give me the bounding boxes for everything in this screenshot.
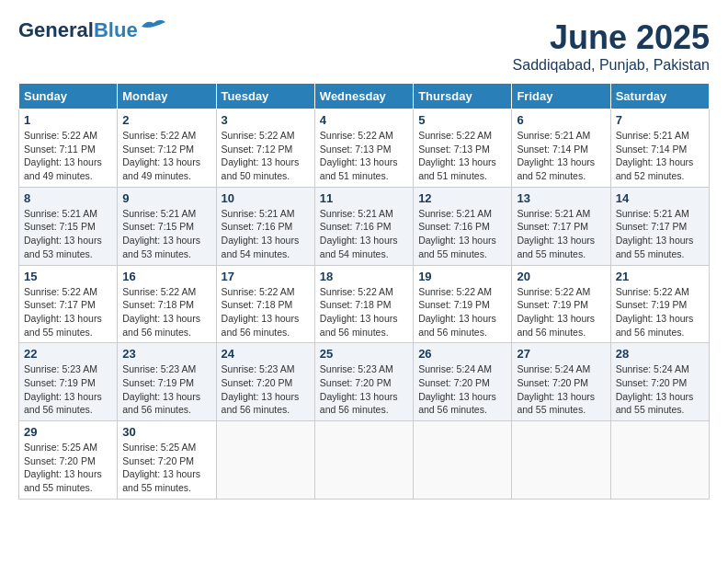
day-number: 2: [122, 113, 210, 127]
calendar-week-1: 1 Sunrise: 5:22 AMSunset: 7:11 PMDayligh…: [19, 109, 710, 188]
day-number: 22: [24, 347, 112, 361]
day-info: Sunrise: 5:23 AMSunset: 7:20 PMDaylight:…: [320, 362, 408, 417]
table-row: 21 Sunrise: 5:22 AMSunset: 7:19 PMDaylig…: [610, 265, 709, 343]
logo-general: General: [18, 18, 94, 42]
day-number: 5: [418, 113, 506, 127]
day-info: Sunrise: 5:21 AMSunset: 7:15 PMDaylight:…: [24, 207, 112, 261]
day-info: Sunrise: 5:22 AMSunset: 7:19 PMDaylight:…: [517, 285, 605, 339]
day-info: Sunrise: 5:22 AMSunset: 7:13 PMDaylight:…: [320, 129, 408, 183]
day-number: 7: [616, 113, 704, 127]
day-info: Sunrise: 5:23 AMSunset: 7:19 PMDaylight:…: [24, 362, 112, 417]
day-number: 23: [122, 347, 210, 361]
title-section: June 2025 Saddiqabad, Punjab, Pakistan: [513, 18, 710, 74]
day-number: 9: [122, 191, 210, 205]
table-row: [314, 421, 413, 500]
table-row: 18 Sunrise: 5:22 AMSunset: 7:18 PMDaylig…: [314, 265, 413, 343]
day-number: 3: [222, 113, 310, 127]
table-row: 22 Sunrise: 5:23 AMSunset: 7:19 PMDaylig…: [19, 343, 118, 421]
day-info: Sunrise: 5:25 AMSunset: 7:20 PMDaylight:…: [24, 441, 112, 495]
col-friday: Friday: [512, 84, 610, 109]
day-info: Sunrise: 5:22 AMSunset: 7:19 PMDaylight:…: [616, 285, 704, 339]
table-row: 16 Sunrise: 5:22 AMSunset: 7:18 PMDaylig…: [118, 265, 216, 343]
day-number: 13: [517, 191, 605, 205]
table-row: 14 Sunrise: 5:21 AMSunset: 7:17 PMDaylig…: [610, 187, 709, 265]
table-row: 24 Sunrise: 5:23 AMSunset: 7:20 PMDaylig…: [216, 343, 314, 421]
calendar-week-2: 8 Sunrise: 5:21 AMSunset: 7:15 PMDayligh…: [19, 187, 710, 265]
day-number: 20: [517, 270, 605, 283]
day-number: 6: [517, 113, 605, 127]
table-row: [512, 421, 610, 500]
day-info: Sunrise: 5:21 AMSunset: 7:14 PMDaylight:…: [616, 129, 704, 183]
table-row: 30 Sunrise: 5:25 AMSunset: 7:20 PMDaylig…: [118, 421, 216, 500]
logo: General Blue: [18, 18, 167, 42]
day-number: 17: [222, 270, 310, 283]
day-number: 21: [616, 270, 704, 283]
day-number: 26: [418, 347, 506, 361]
table-row: 2 Sunrise: 5:22 AMSunset: 7:12 PMDayligh…: [118, 109, 216, 188]
table-row: 1 Sunrise: 5:22 AMSunset: 7:11 PMDayligh…: [19, 109, 118, 188]
logo-bird-icon: [140, 17, 167, 36]
table-row: 8 Sunrise: 5:21 AMSunset: 7:15 PMDayligh…: [19, 187, 118, 265]
table-row: 12 Sunrise: 5:21 AMSunset: 7:16 PMDaylig…: [414, 187, 512, 265]
month-year-title: June 2025: [513, 18, 710, 57]
calendar-week-5: 29 Sunrise: 5:25 AMSunset: 7:20 PMDaylig…: [19, 421, 710, 500]
table-row: 11 Sunrise: 5:21 AMSunset: 7:16 PMDaylig…: [314, 187, 413, 265]
table-row: 5 Sunrise: 5:22 AMSunset: 7:13 PMDayligh…: [414, 109, 512, 188]
day-info: Sunrise: 5:21 AMSunset: 7:14 PMDaylight:…: [517, 129, 605, 183]
table-row: 19 Sunrise: 5:22 AMSunset: 7:19 PMDaylig…: [414, 265, 512, 343]
table-row: 26 Sunrise: 5:24 AMSunset: 7:20 PMDaylig…: [414, 343, 512, 421]
day-info: Sunrise: 5:21 AMSunset: 7:17 PMDaylight:…: [616, 207, 704, 261]
col-sunday: Sunday: [19, 84, 118, 109]
day-info: Sunrise: 5:22 AMSunset: 7:18 PMDaylight:…: [122, 285, 210, 339]
table-row: [216, 421, 314, 500]
day-info: Sunrise: 5:24 AMSunset: 7:20 PMDaylight:…: [616, 362, 704, 417]
table-row: [414, 421, 512, 500]
col-thursday: Thursday: [414, 84, 512, 109]
table-row: 27 Sunrise: 5:24 AMSunset: 7:20 PMDaylig…: [512, 343, 610, 421]
day-info: Sunrise: 5:22 AMSunset: 7:18 PMDaylight:…: [222, 285, 310, 339]
day-info: Sunrise: 5:21 AMSunset: 7:17 PMDaylight:…: [517, 207, 605, 261]
day-info: Sunrise: 5:24 AMSunset: 7:20 PMDaylight:…: [517, 362, 605, 417]
table-row: 29 Sunrise: 5:25 AMSunset: 7:20 PMDaylig…: [19, 421, 118, 500]
day-number: 30: [122, 425, 210, 439]
day-number: 11: [320, 191, 408, 205]
col-monday: Monday: [118, 84, 216, 109]
table-row: 15 Sunrise: 5:22 AMSunset: 7:17 PMDaylig…: [19, 265, 118, 343]
day-number: 4: [320, 113, 408, 127]
day-number: 15: [24, 270, 112, 283]
table-row: 9 Sunrise: 5:21 AMSunset: 7:15 PMDayligh…: [118, 187, 216, 265]
day-info: Sunrise: 5:22 AMSunset: 7:13 PMDaylight:…: [418, 129, 506, 183]
day-number: 19: [418, 270, 506, 283]
page-header: General Blue June 2025 Saddiqabad, Punja…: [18, 18, 710, 74]
table-row: 6 Sunrise: 5:21 AMSunset: 7:14 PMDayligh…: [512, 109, 610, 188]
day-number: 12: [418, 191, 506, 205]
table-row: 23 Sunrise: 5:23 AMSunset: 7:19 PMDaylig…: [118, 343, 216, 421]
day-number: 8: [24, 191, 112, 205]
calendar-table: Sunday Monday Tuesday Wednesday Thursday…: [18, 83, 710, 500]
col-wednesday: Wednesday: [314, 84, 413, 109]
day-info: Sunrise: 5:23 AMSunset: 7:19 PMDaylight:…: [122, 362, 210, 417]
table-row: 10 Sunrise: 5:21 AMSunset: 7:16 PMDaylig…: [216, 187, 314, 265]
day-number: 14: [616, 191, 704, 205]
day-info: Sunrise: 5:25 AMSunset: 7:20 PMDaylight:…: [122, 441, 210, 495]
calendar-week-4: 22 Sunrise: 5:23 AMSunset: 7:19 PMDaylig…: [19, 343, 710, 421]
table-row: 25 Sunrise: 5:23 AMSunset: 7:20 PMDaylig…: [314, 343, 413, 421]
day-number: 29: [24, 425, 112, 439]
table-row: 4 Sunrise: 5:22 AMSunset: 7:13 PMDayligh…: [314, 109, 413, 188]
day-number: 10: [222, 191, 310, 205]
col-tuesday: Tuesday: [216, 84, 314, 109]
calendar-week-3: 15 Sunrise: 5:22 AMSunset: 7:17 PMDaylig…: [19, 265, 710, 343]
day-info: Sunrise: 5:22 AMSunset: 7:18 PMDaylight:…: [320, 285, 408, 339]
location-subtitle: Saddiqabad, Punjab, Pakistan: [513, 57, 710, 74]
table-row: 17 Sunrise: 5:22 AMSunset: 7:18 PMDaylig…: [216, 265, 314, 343]
table-row: 3 Sunrise: 5:22 AMSunset: 7:12 PMDayligh…: [216, 109, 314, 188]
table-row: 13 Sunrise: 5:21 AMSunset: 7:17 PMDaylig…: [512, 187, 610, 265]
day-info: Sunrise: 5:22 AMSunset: 7:19 PMDaylight:…: [418, 285, 506, 339]
day-info: Sunrise: 5:21 AMSunset: 7:15 PMDaylight:…: [122, 207, 210, 261]
day-number: 28: [616, 347, 704, 361]
day-number: 25: [320, 347, 408, 361]
day-info: Sunrise: 5:22 AMSunset: 7:11 PMDaylight:…: [24, 129, 112, 183]
calendar-header-row: Sunday Monday Tuesday Wednesday Thursday…: [19, 84, 710, 109]
day-info: Sunrise: 5:21 AMSunset: 7:16 PMDaylight:…: [418, 207, 506, 261]
day-info: Sunrise: 5:22 AMSunset: 7:17 PMDaylight:…: [24, 285, 112, 339]
